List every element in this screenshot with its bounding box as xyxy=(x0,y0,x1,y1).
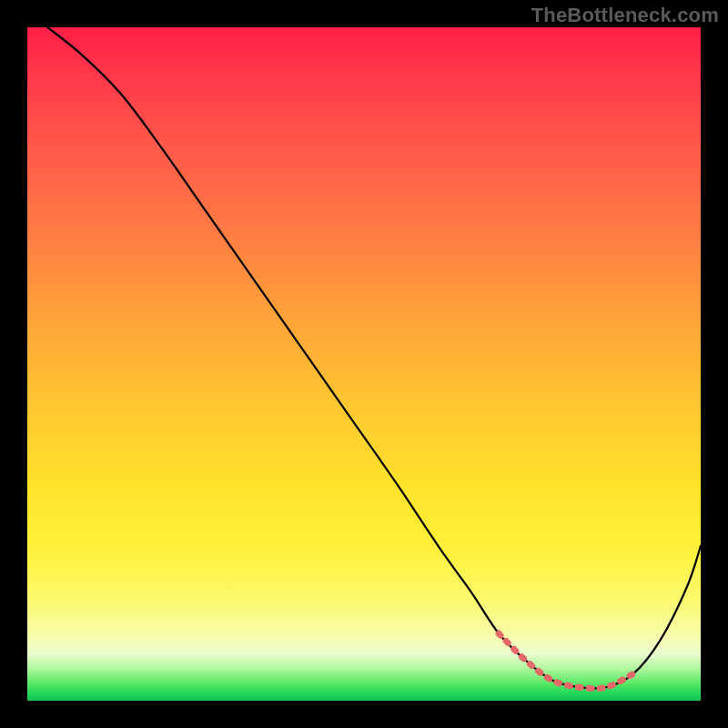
optimal-zone-segment xyxy=(499,633,633,689)
main-curve-line xyxy=(47,27,701,689)
chart-frame: TheBottleneck.com xyxy=(0,0,728,728)
plot-area xyxy=(27,27,701,701)
watermark-text: TheBottleneck.com xyxy=(531,4,719,27)
curve-svg xyxy=(27,27,701,701)
